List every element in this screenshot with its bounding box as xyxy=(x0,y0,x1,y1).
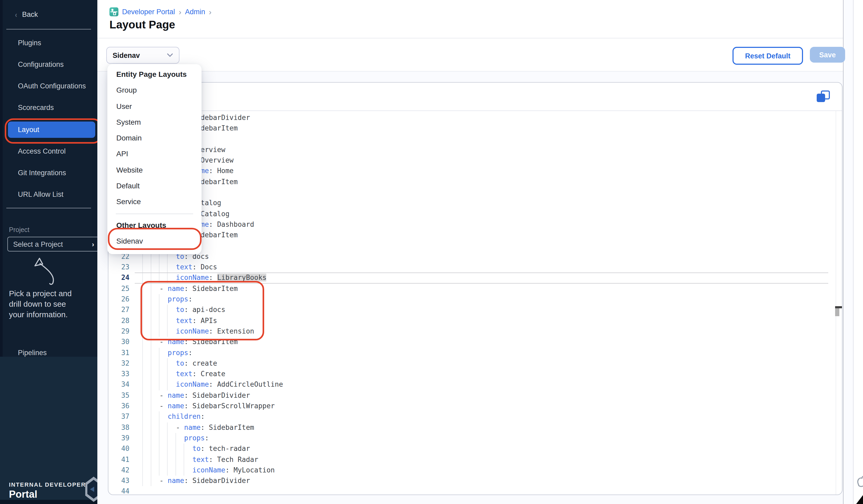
code-line-11[interactable]: 11 props: xyxy=(109,134,836,145)
sidebar-item-url-allow-list[interactable]: URL Allow List xyxy=(18,189,63,200)
reset-default-button[interactable]: Reset Default xyxy=(733,47,803,65)
code-line-21[interactable]: 21 props: xyxy=(109,241,836,251)
code-line-10[interactable]: 10 - name: SidebarItem xyxy=(109,123,836,134)
line-number: 28 xyxy=(109,315,129,326)
code-line-44[interactable]: 44 xyxy=(109,487,836,495)
chevron-left-icon: ‹ xyxy=(15,10,17,19)
line-number: 31 xyxy=(109,348,129,358)
breadcrumb-link-admin[interactable]: Admin xyxy=(185,8,205,15)
sidebar-item-configurations[interactable]: Configurations xyxy=(18,60,64,70)
app: ‹ Back PluginsConfigurationsOAuth Config… xyxy=(0,0,863,504)
code-line-25[interactable]: 25 - name: SidebarItem xyxy=(109,284,836,294)
sidebar-item-git-integrations[interactable]: Git Integrations xyxy=(18,168,66,178)
project-hint-text: Pick a project anddrill down to seeyour … xyxy=(9,288,72,320)
menu-item-system[interactable]: System xyxy=(107,114,202,130)
screen: ‹ Back PluginsConfigurationsOAuth Config… xyxy=(0,0,863,504)
code-line-29[interactable]: 29 iconName: Extension xyxy=(109,326,836,337)
menu-item-api[interactable]: API xyxy=(107,146,202,162)
sidebar-item-pipelines[interactable]: Pipelines xyxy=(18,349,47,357)
sidebar-item-oauth-configurations[interactable]: OAuth Configurations xyxy=(18,81,86,92)
menu-item-service[interactable]: Service xyxy=(107,194,202,210)
line-number: 24 xyxy=(109,273,129,284)
code-line-19[interactable]: 19 iconName: Dashboard xyxy=(109,219,836,230)
code-line-42[interactable]: 42 iconName: MyLocation xyxy=(109,465,836,476)
page-scrollbar-gutter[interactable] xyxy=(843,0,853,504)
sidebar-item-plugins[interactable]: Plugins xyxy=(18,38,41,48)
layout-selector[interactable]: Sidenav xyxy=(106,47,179,64)
code-line-13[interactable]: 13 text: Overview xyxy=(109,155,836,166)
menu-item-group[interactable]: Group xyxy=(107,82,202,98)
line-number: 23 xyxy=(109,262,129,273)
menu-section-entity-page-layouts: Entity Page Layouts xyxy=(107,66,202,82)
sidebar-item-access-control[interactable]: Access Control xyxy=(18,146,66,157)
code-line-22[interactable]: 22 to: docs xyxy=(109,251,836,262)
sidebar-bottom-strip xyxy=(0,500,97,504)
developer-portal-logo xyxy=(110,7,118,16)
line-number: 27 xyxy=(109,305,129,316)
breadcrumb-link-developer-portal[interactable]: Developer Portal xyxy=(122,8,175,15)
code-line-31[interactable]: 31 props: xyxy=(109,348,836,358)
line-number: 42 xyxy=(109,465,129,476)
code-line-32[interactable]: 32 to: create xyxy=(109,358,836,369)
code-line-17[interactable]: 17 to: catalog xyxy=(109,198,836,209)
code-line-35[interactable]: 35 - name: SidebarDivider xyxy=(109,390,836,401)
code-line-9[interactable]: 9 - name: SidebarDivider xyxy=(109,113,836,123)
line-number: 29 xyxy=(109,326,129,337)
back-button[interactable]: ‹ Back xyxy=(15,8,38,21)
menu-divider xyxy=(116,213,193,214)
breadcrumb: Developer Portal › Admin › xyxy=(110,6,212,17)
sidebar-item-scorecards[interactable]: Scorecards xyxy=(18,103,54,113)
code-line-37[interactable]: 37 children: xyxy=(109,412,836,423)
sidebar-collapse-button[interactable] xyxy=(85,477,97,502)
code-line-23[interactable]: 23 text: Docs xyxy=(109,262,836,273)
code-line-20[interactable]: 20 - name: SidebarItem xyxy=(109,230,836,241)
sidebar-divider xyxy=(6,29,91,29)
code-line-40[interactable]: 40 to: tech-radar xyxy=(109,443,836,454)
header-divider xyxy=(97,38,853,38)
code-line-28[interactable]: 28 text: APIs xyxy=(109,315,836,326)
code-line-27[interactable]: 27 to: api-docs xyxy=(109,305,836,316)
line-number: 35 xyxy=(109,390,129,401)
code-line-18[interactable]: 18 text: Catalog xyxy=(109,209,836,219)
code-line-34[interactable]: 34 iconName: AddCircleOutline xyxy=(109,380,836,390)
line-number: 40 xyxy=(109,443,129,454)
menu-item-sidenav[interactable]: Sidenav xyxy=(107,233,202,249)
code-line-36[interactable]: 36 - name: SidebarScrollWrapper xyxy=(109,401,836,412)
yaml-editor[interactable]: 9 - name: SidebarDivider10 - name: Sideb… xyxy=(109,111,836,495)
toolbar-divider xyxy=(97,71,853,72)
line-number: 44 xyxy=(109,487,129,495)
code-line-30[interactable]: 30 - name: SidebarItem xyxy=(109,337,836,348)
sidebar-divider xyxy=(6,208,91,208)
code-line-43[interactable]: 43 - name: SidebarDivider xyxy=(109,476,836,487)
hand-cursor-icon xyxy=(855,474,863,489)
code-line-16[interactable]: 16 props: xyxy=(109,187,836,198)
code-line-24[interactable]: 24 iconName: LibraryBooks xyxy=(109,273,836,284)
save-button[interactable]: Save xyxy=(810,47,845,63)
code-line-26[interactable]: 26 props: xyxy=(109,294,836,305)
back-label: Back xyxy=(22,10,38,18)
code-line-33[interactable]: 33 text: Create xyxy=(109,369,836,380)
copy-button[interactable] xyxy=(817,90,829,103)
line-number: 30 xyxy=(109,337,129,348)
line-number: 39 xyxy=(109,433,129,444)
editor-scrollbar-thumb[interactable] xyxy=(835,308,839,316)
code-line-12[interactable]: 12 to: overview xyxy=(109,145,836,155)
menu-item-website[interactable]: Website xyxy=(107,162,202,178)
copy-icon-front xyxy=(817,94,825,102)
menu-item-domain[interactable]: Domain xyxy=(107,130,202,146)
menu-item-user[interactable]: User xyxy=(107,98,202,114)
triangle-left-icon xyxy=(90,487,94,492)
line-number: 25 xyxy=(109,284,129,294)
line-number: 43 xyxy=(109,476,129,487)
menu-item-default[interactable]: Default xyxy=(107,178,202,194)
sidebar-item-layout[interactable]: Layout xyxy=(18,124,39,135)
layout-selector-value: Sidenav xyxy=(113,51,140,59)
select-project-button[interactable]: Select a Project › xyxy=(8,237,97,251)
code-line-38[interactable]: 38 - name: SidebarItem xyxy=(109,422,836,433)
code-line-39[interactable]: 39 props: xyxy=(109,433,836,444)
code-line-15[interactable]: 15 - name: SidebarItem xyxy=(109,177,836,188)
code-line-14[interactable]: 14 iconName: Home xyxy=(109,166,836,177)
code-line-41[interactable]: 41 text: Tech Radar xyxy=(109,454,836,465)
chevron-right-icon: › xyxy=(179,7,181,16)
line-number: 32 xyxy=(109,358,129,369)
